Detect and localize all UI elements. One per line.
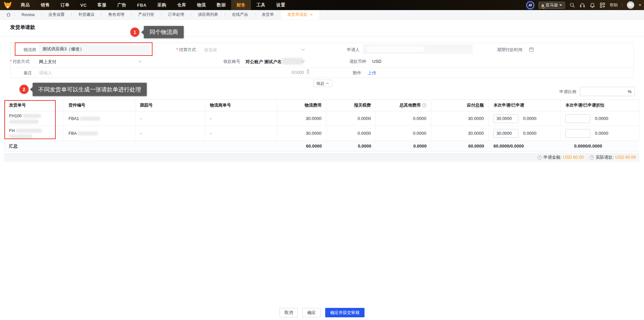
nav-item-purchasing[interactable]: 采购 bbox=[152, 0, 172, 10]
applied-amount: 0.0000 bbox=[523, 116, 536, 121]
nav-item-orders[interactable]: 订单 bbox=[55, 0, 75, 10]
headset-icon[interactable] bbox=[579, 2, 585, 8]
nav-item-warehouse[interactable]: 仓库 bbox=[172, 0, 191, 10]
logistics-provider-value: 测试供应商3（修改） bbox=[42, 46, 84, 52]
th-tracking-no: 跟踪号 bbox=[135, 100, 205, 111]
tab-online-products[interactable]: 在线产品 bbox=[225, 12, 255, 17]
cell-shipment-order-no: FH bbox=[4, 126, 64, 141]
settlement-method-label-text: 结算方式 bbox=[179, 47, 196, 52]
textarea-resize-handle[interactable] bbox=[307, 69, 309, 74]
nav-item-tools[interactable]: 工具 bbox=[251, 0, 271, 10]
marketplace-switcher[interactable]: a 亚马逊 bbox=[539, 2, 565, 9]
help-icon[interactable]: ? bbox=[590, 155, 594, 160]
chevron-down-icon[interactable] bbox=[301, 59, 305, 64]
summary-row: 汇总 60.0000 0.0000 0.0000 60.0000 60.0000… bbox=[4, 141, 639, 152]
tab-supplier-list[interactable]: 供应商列表 bbox=[191, 12, 225, 17]
actual-request-label: 实际请款: bbox=[596, 155, 613, 160]
nav-item-products[interactable]: 商品 bbox=[15, 0, 35, 10]
calendar-icon[interactable] bbox=[529, 47, 534, 52]
attachment-label: 附件 bbox=[353, 70, 361, 76]
apps-grid-icon[interactable] bbox=[600, 2, 605, 8]
apply-amount-input[interactable] bbox=[493, 114, 518, 123]
help-icon[interactable]: ? bbox=[422, 103, 426, 108]
cell-carrier-no: - bbox=[205, 111, 277, 126]
th-total-other-cost: 总其他费用 ? bbox=[376, 100, 431, 111]
th-freight-cost: 物流费用 bbox=[277, 100, 327, 111]
ai-assistant-button[interactable]: AI bbox=[526, 1, 534, 9]
summary-freight: 60.0000 bbox=[277, 141, 327, 151]
nav-item-advertising[interactable]: 广告 bbox=[112, 0, 132, 10]
navbar-divider bbox=[622, 3, 622, 7]
chevron-down-icon[interactable] bbox=[301, 47, 305, 52]
remark-label: 备注 bbox=[24, 70, 32, 76]
nav-item-fba[interactable]: FBA bbox=[132, 0, 152, 10]
nav-item-customer-service[interactable]: 客服 bbox=[92, 0, 112, 10]
search-icon[interactable] bbox=[569, 2, 575, 8]
redacted-text bbox=[77, 131, 98, 135]
cell-total-other-cost: 0.0000 bbox=[376, 126, 431, 141]
nav-item-sales[interactable]: 销售 bbox=[35, 0, 55, 10]
help-link[interactable]: 帮助 bbox=[610, 2, 618, 8]
home-icon[interactable] bbox=[6, 12, 11, 17]
caret-up-icon bbox=[326, 82, 329, 85]
tab-role-management[interactable]: 角色管理 bbox=[101, 12, 131, 17]
nav-item-data[interactable]: 数据 bbox=[211, 0, 231, 10]
help-icon[interactable]: ? bbox=[538, 155, 542, 160]
th-shipment-id: 货件编号 bbox=[64, 100, 135, 111]
logistics-provider-label: 物流商 bbox=[13, 47, 36, 53]
required-mark: * bbox=[10, 59, 12, 64]
summary-customs-tax: 0.0000 bbox=[327, 141, 376, 151]
summary-other-cost: 0.0000 bbox=[376, 141, 431, 151]
apply-ratio-input[interactable] bbox=[583, 87, 625, 96]
submit-review-button[interactable]: 确定并提交审核 bbox=[325, 308, 365, 317]
apply-amount-input[interactable] bbox=[493, 129, 518, 138]
navbar-right-cluster: AI a 亚马逊 bbox=[526, 0, 641, 10]
logistics-provider-field[interactable]: 测试供应商3（修改） bbox=[39, 44, 150, 54]
confirm-button[interactable]: 确定 bbox=[302, 308, 321, 317]
apply-ratio-label: 申请比例 bbox=[559, 89, 576, 95]
th-total-payable: 应付总额 bbox=[431, 100, 489, 111]
tab-replenishment-advice[interactable]: 补货建议 bbox=[72, 12, 101, 17]
user-avatar[interactable] bbox=[627, 1, 634, 9]
tab-business-settings[interactable]: 业务设置 bbox=[42, 12, 71, 17]
nav-item-settings[interactable]: 设置 bbox=[271, 0, 291, 10]
payment-method-select[interactable]: 网上支付 bbox=[39, 59, 56, 65]
annotation-badge-1: 1 bbox=[130, 28, 139, 37]
tab-order-processing[interactable]: 订单处理 bbox=[161, 12, 191, 17]
chevron-down-icon[interactable] bbox=[138, 59, 142, 64]
tab-review[interactable]: Review bbox=[15, 12, 41, 17]
summary-label: 汇总 bbox=[4, 141, 64, 151]
user-menu-caret-icon[interactable] bbox=[639, 4, 641, 6]
payment-method-label-text: 付款方式 bbox=[13, 59, 30, 64]
fox-logo-icon bbox=[3, 1, 12, 9]
cell-freight-cost: 30.0000 bbox=[277, 111, 327, 126]
brand-logo[interactable] bbox=[0, 1, 15, 9]
nav-item-vc[interactable]: VC bbox=[75, 0, 92, 10]
required-mark: * bbox=[176, 47, 178, 52]
redacted-text bbox=[9, 134, 33, 138]
settlement-method-select[interactable]: 请选择 bbox=[204, 47, 217, 53]
nav-item-logistics[interactable]: 物流 bbox=[191, 0, 211, 10]
redacted-text bbox=[9, 120, 39, 124]
tab-product-listing[interactable]: 产品刊登 bbox=[131, 12, 161, 17]
settlement-method-label: *结算方式 bbox=[176, 47, 196, 53]
discount-input[interactable] bbox=[565, 129, 590, 138]
app-root: 商品 销售 订单 VC 客服 广告 FBA 采购 仓库 物流 数据 财务 工具 … bbox=[0, 0, 644, 320]
applied-discount: 0.0000 bbox=[595, 116, 608, 121]
upload-link[interactable]: 上传 bbox=[368, 70, 376, 76]
discount-input[interactable] bbox=[565, 114, 590, 123]
apply-amount-value: USD 60.00 bbox=[563, 155, 584, 160]
nav-item-finance[interactable]: 财务 bbox=[231, 0, 251, 10]
remark-input[interactable] bbox=[39, 68, 289, 77]
redacted-avatar bbox=[628, 3, 633, 6]
cancel-button[interactable]: 取消 bbox=[280, 308, 298, 317]
collapse-button[interactable]: 收起 bbox=[313, 80, 332, 87]
bell-icon[interactable] bbox=[590, 2, 595, 8]
annotation-tooltip-1: 同个物流商 bbox=[144, 26, 184, 38]
tab-shipment-payment-request[interactable]: 发货单请款 × bbox=[281, 10, 319, 19]
close-tab-icon[interactable]: × bbox=[310, 12, 313, 17]
cell-shipment-order-no: FH100 bbox=[4, 111, 64, 126]
tab-shipment-orders[interactable]: 发货单 bbox=[255, 12, 281, 17]
cell-total-other-cost: 0.0000 bbox=[376, 111, 431, 126]
receiving-account-select[interactable]: 对公账户 测试户名 bbox=[246, 59, 282, 65]
